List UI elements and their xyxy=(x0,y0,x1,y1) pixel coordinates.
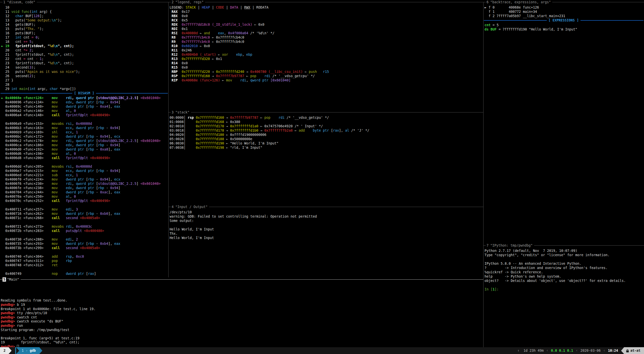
terminal-line: 17 int cnt = 0; xyxy=(1,35,168,40)
pane-number: 2 xyxy=(171,0,174,4)
terminal-line: /dev/pts/10 xyxy=(170,210,483,214)
terminal-line xyxy=(1,160,168,164)
pane-title-label: "stack" xyxy=(175,110,189,114)
window-tab-gdb[interactable]: 1 › gdb xyxy=(15,347,39,354)
pane-border-rule xyxy=(205,2,483,2)
terminal-line: pwndbg> cwatch cnt xyxy=(1,315,483,319)
terminal-line: 0x400740 <func+304> add rsp, 0xc0 xyxy=(1,254,168,259)
pane-border-rule xyxy=(209,207,483,207)
terminal-line: 0x4006c2 <func+178> mov rdi, qword ptr [… xyxy=(1,139,168,143)
terminal-line: f 1 400772 main+34 xyxy=(485,10,644,14)
pane-border-dash xyxy=(483,245,486,246)
terminal-line: 10 xyxy=(1,5,168,10)
terminal-line: 14 gets(BUF); xyxy=(1,22,168,27)
terminal-line xyxy=(1,290,483,294)
terminal-line: ? -> Introduction and overview of IPytho… xyxy=(485,266,644,270)
tmux-pwndbg-screen: { "status_bar": { "session": "2", "windo… xyxy=(0,0,644,354)
pane-border-rule xyxy=(191,112,483,112)
terminal-line: RAX 0x17 xyxy=(170,10,483,14)
pane-disasm-code[interactable]: 1"disasm, code" 10 11 void func(int arg)… xyxy=(0,0,168,277)
pane-ipython[interactable]: 7"IPython: tmp/pwndbg" Python 2.7.17 (de… xyxy=(483,243,644,347)
pane-border-dash xyxy=(168,112,171,112)
terminal-line: 0x40069c <func+140> mov dword ptr [rbp -… xyxy=(1,104,168,109)
powerline-arrow-icon xyxy=(621,347,624,354)
terminal-line: Breakpoint 1, func (arg=5) at test.c:19 xyxy=(1,336,483,340)
terminal-line: ds BUF = 7fffffffd190 "Hello World, I'm … xyxy=(485,27,644,32)
terminal-line: object? -> Details about 'object', use '… xyxy=(485,279,644,283)
terminal-line xyxy=(1,332,483,336)
ipython-console[interactable]: Python 2.7.17 (default, Nov 7 2019, 10:0… xyxy=(483,248,644,291)
terminal-line: 0x4006e7 <func+215> mov ecx, dword ptr [… xyxy=(1,169,168,173)
terminal-line: RDI 0x1 xyxy=(170,27,483,31)
pane-border-rule xyxy=(37,2,168,2)
session-badge[interactable]: 2 xyxy=(0,347,9,354)
pane-border-vertical-left[interactable] xyxy=(168,2,169,277)
terminal-line: 27 } xyxy=(1,78,168,82)
terminal-line: Hello World, I'm Input xyxy=(170,236,483,240)
terminal-line: RBP 0x7fffffffd220 → 0x7fffffffd240 → 0x… xyxy=(170,70,483,74)
terminal-line: 0x40072b <func+283> call puts@plt <0x400… xyxy=(1,229,168,233)
terminal-line: 22 cnt = cnt - 1; xyxy=(1,57,168,61)
pane-stack[interactable]: 3"stack" 00:0000│ rsp 0x7fffffffd160 → 0… xyxy=(168,110,483,205)
terminal-line: ► 0x40068e <func+126> mov rdi, qword ptr… xyxy=(1,96,168,100)
terminal-line xyxy=(1,267,168,272)
terminal-line: 0x400696 <func+134> mov edx, dword ptr [… xyxy=(1,100,168,104)
gdb-console[interactable]: Reading symbols from test...done.pwndbg>… xyxy=(0,282,483,347)
terminal-line: 0x4006bc <func+172> mov dword ptr [rbp -… xyxy=(1,134,168,139)
terminal-line: 0x4006b3 <func+163> mov ecx, dword ptr [… xyxy=(1,126,168,130)
terminal-line: LEGEND: STACK | HEAP | CODE | DATA | RWX… xyxy=(170,5,483,10)
pane-legend-regs[interactable]: 2"legend, regs" LEGEND: STACK | HEAP | C… xyxy=(168,0,483,110)
window-index: 1 xyxy=(22,348,24,353)
pane-main-gdb-console[interactable]: 5"Main" Reading symbols from test...done… xyxy=(0,277,483,347)
pane-title-disasm-code: 1"disasm, code" xyxy=(0,0,168,4)
terminal-line: 01:0008│ 0x7fffffffd168 ← 0x380 xyxy=(170,120,483,124)
terminal-line: 0x4006fe <func+238> mov edx, dword ptr [… xyxy=(1,186,168,190)
divider-line xyxy=(96,93,168,94)
divider-line xyxy=(484,20,547,21)
terminal-line: %quickref -> Quick reference. xyxy=(485,270,644,274)
pane-border-rule xyxy=(21,279,483,280)
pane-title-label: "IPython: tmp/pwndbg" xyxy=(490,243,533,248)
pane-number: 3 xyxy=(171,110,174,114)
expressions: cnt = 5ds BUF = 7fffffffd190 "Hello Worl… xyxy=(483,22,644,32)
pane-border-dash xyxy=(168,2,171,2)
status-left: 2 1 › gdb xyxy=(0,347,42,354)
window-name: gdb xyxy=(30,348,36,353)
terminal-line: 0x4006f0 <func+224> mov dword ptr [rbp -… xyxy=(1,177,168,182)
terminal-line: pwndbg> tty /dev/pts/10 xyxy=(1,311,483,315)
hostname-badge: at-at xyxy=(624,347,644,354)
pane-border-vertical-right[interactable] xyxy=(483,2,484,347)
terminal-line: 0x400721 <func+273> movabs rdi, 0x40083c xyxy=(1,224,168,229)
terminal-line: 0x4006a9 <func+153> movabs rsi, 0x40080d xyxy=(1,122,168,126)
pane-backtrace-expressions[interactable]: 6"backtrace, expressions, args" ► f 0 40… xyxy=(483,0,644,243)
terminal-line: 0x40070a <func+250> mov al, 0 xyxy=(1,194,168,199)
terminal-line: f 2 7ffff7a05b97 __libc_start_main+231 xyxy=(485,14,644,18)
chevron-right-icon: › xyxy=(24,348,30,353)
terminal-line: Some output: xyxy=(170,219,483,223)
terminal-line: 0x400735 <func+293> mov dword ptr [rbp -… xyxy=(1,242,168,246)
terminal-line: 0x400730 <func+288> mov edi, 2 xyxy=(1,237,168,242)
terminal-line: 0x4006f6 <func+230> mov rdi, qword ptr [… xyxy=(1,182,168,186)
registers: LEGEND: STACK | HEAP | CODE | DATA | RWX… xyxy=(168,4,483,82)
terminal-line: In [1]: xyxy=(485,287,644,291)
pane-number: 7 xyxy=(486,243,489,248)
powerline-arrow-icon xyxy=(9,347,12,354)
terminal-line: Python 2.7.17 (default, Nov 7 2019, 10:0… xyxy=(485,249,644,253)
terminal-line: 0x4006b9 <func+169> shl ecx, 1 xyxy=(1,130,168,134)
pane-border-dash xyxy=(0,279,3,280)
chevron-left-icon: ‹ xyxy=(601,348,608,353)
pane-input-output[interactable]: 4"Input / Output" /dev/pts/10warning: GD… xyxy=(168,205,483,277)
terminal-line: 0x40071c <func+268> call second <0x4005a… xyxy=(1,216,168,220)
disasm-section-divider: [ DISASM ] xyxy=(0,91,168,95)
pane-title-ipython: 7"IPython: tmp/pwndbg" xyxy=(483,243,644,248)
divider-label: [ EXPRESSIONS ] xyxy=(547,18,581,22)
terminal-line: 16 puts(BUF); xyxy=(1,31,168,35)
terminal-line: R11 0x246 xyxy=(170,48,483,52)
pane-number: 1 xyxy=(3,0,6,4)
divider-label: [ DISASM ] xyxy=(72,91,96,95)
powerline-notch-icon xyxy=(16,347,19,354)
terminal-line: R13 0x7fffffffd320 ← 0x1 xyxy=(170,57,483,61)
terminal-line: 0x4006dd <func+205> movabs rsi, 0x40080d xyxy=(1,164,168,169)
terminal-line: 20 cnt *= 2; xyxy=(1,48,168,52)
lock-icon xyxy=(626,349,629,352)
